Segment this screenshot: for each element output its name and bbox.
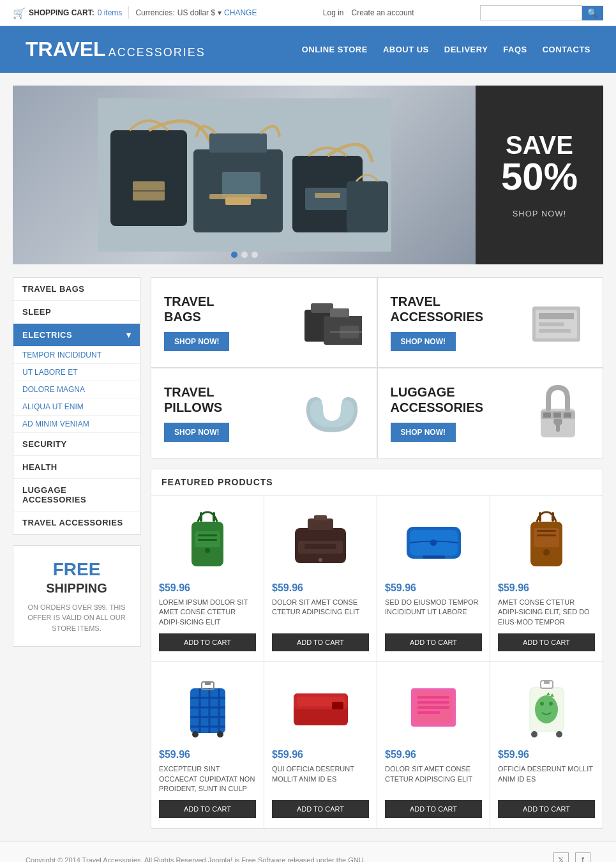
site-header: TRAVEL ACCESSORIES ONLINE STOREABOUT USD… bbox=[0, 26, 616, 73]
lock-icon bbox=[536, 384, 580, 442]
category-card-travel-pillows: TRAVELPILLOWS SHOP NOW! bbox=[151, 368, 377, 458]
svg-rect-64 bbox=[205, 682, 211, 685]
svg-rect-47 bbox=[423, 556, 445, 559]
hero-banner: SAVE 50% SHOP NOW! bbox=[13, 86, 603, 264]
right-content: TRAVELBAGS SHOP NOW! TR bbox=[151, 277, 603, 829]
top-bar-left: 🛒 SHOPPING CART: 0 items Currencies: US … bbox=[13, 6, 257, 19]
svg-rect-14 bbox=[311, 303, 333, 313]
social-icons: 𝕏 f bbox=[553, 852, 590, 862]
product-name-2: DOLOR SIT AMET CONSE CTETUR ADIPISCING E… bbox=[272, 598, 369, 627]
sidebar-item-luggage-accessories[interactable]: LUGGAGE ACCESSORIES bbox=[13, 479, 140, 511]
footer-text: Copyright © 2014 Travel Accessories. All… bbox=[26, 856, 366, 862]
kids-luggage-icon bbox=[523, 676, 571, 739]
product-price-6: $59.96 bbox=[272, 749, 369, 760]
product-price-4: $59.96 bbox=[498, 582, 595, 594]
svg-rect-70 bbox=[332, 702, 343, 709]
sidebar-sub-ad-minim[interactable]: AD MINIM VENIAM bbox=[13, 416, 140, 433]
cart-count[interactable]: 0 items bbox=[98, 8, 123, 17]
svg-rect-30 bbox=[564, 412, 571, 418]
logo: TRAVEL ACCESSORIES bbox=[26, 38, 206, 61]
sidebar-item-electrics[interactable]: ELECTRICS ▾ bbox=[13, 324, 140, 347]
twitter-icon[interactable]: 𝕏 bbox=[553, 852, 569, 862]
svg-rect-6 bbox=[222, 172, 260, 197]
currency-value[interactable]: US dollar $ bbox=[177, 8, 215, 17]
sidebar-item-security[interactable]: SECURITY bbox=[13, 433, 140, 456]
svg-rect-76 bbox=[417, 711, 440, 714]
category-info-pillows: TRAVELPILLOWS SHOP NOW! bbox=[164, 384, 300, 442]
dot-2[interactable] bbox=[241, 252, 248, 258]
svg-rect-16 bbox=[330, 308, 349, 317]
add-to-cart-5[interactable]: ADD TO CART bbox=[159, 800, 256, 818]
add-to-cart-1[interactable]: ADD TO CART bbox=[159, 633, 256, 651]
shipping-text: SHIPPING bbox=[26, 580, 127, 596]
shop-now-luggage-accessories[interactable]: SHOP NOW! bbox=[391, 423, 456, 442]
add-to-cart-2[interactable]: ADD TO CART bbox=[272, 633, 369, 651]
svg-rect-40 bbox=[314, 515, 327, 520]
login-link[interactable]: Log in bbox=[323, 8, 344, 17]
category-img-lock bbox=[526, 384, 590, 442]
product-img-2 bbox=[272, 506, 369, 576]
nav-item-online-store[interactable]: ONLINE STORE bbox=[302, 45, 368, 54]
product-card-6: $59.96 QUI OFFICIA DESERUNT MOLLIT ANIM … bbox=[264, 662, 377, 828]
svg-rect-36 bbox=[200, 512, 202, 522]
svg-rect-10 bbox=[305, 188, 350, 210]
svg-point-84 bbox=[531, 731, 537, 737]
sidebar-sub-tempor[interactable]: TEMPOR INCIDIDUNT bbox=[13, 347, 140, 364]
nav-item-contacts[interactable]: CONTACTS bbox=[543, 45, 590, 54]
svg-point-35 bbox=[205, 548, 210, 553]
add-to-cart-3[interactable]: ADD TO CART bbox=[385, 633, 482, 651]
site-footer: Copyright © 2014 Travel Accessories. All… bbox=[0, 842, 616, 862]
sidebar-sub-dolore[interactable]: DOLORE MAGNA bbox=[13, 381, 140, 398]
svg-rect-33 bbox=[198, 534, 217, 536]
top-bar: 🛒 SHOPPING CART: 0 items Currencies: US … bbox=[0, 0, 616, 26]
currency-area: Currencies: US dollar $ ▾ CHANGE bbox=[135, 8, 257, 17]
facebook-icon[interactable]: f bbox=[575, 852, 590, 862]
hero-dots bbox=[231, 252, 258, 258]
product-name-8: OFFICIA DESERUNT MOLLIT ANIM ID ES bbox=[498, 764, 595, 794]
search-area: 🔍 bbox=[480, 5, 603, 20]
category-title-luggage: LUGGAGEACCESSORIES bbox=[391, 384, 527, 415]
search-button[interactable]: 🔍 bbox=[582, 6, 603, 20]
sidebar-item-travel-accessories[interactable]: TRAVEL ACCESSORIES bbox=[13, 511, 140, 534]
svg-rect-28 bbox=[543, 412, 551, 418]
free-desc: ON ORDERS OVER $99. THIS OFFER IS VALID … bbox=[26, 602, 127, 634]
featured-header: FEATURED PRODUCTS bbox=[151, 469, 603, 495]
svg-rect-83 bbox=[544, 681, 550, 684]
change-link[interactable]: CHANGE bbox=[224, 8, 257, 17]
sidebar-item-sleep[interactable]: SLEEP bbox=[13, 301, 140, 324]
svg-rect-51 bbox=[539, 512, 541, 522]
sidebar-item-health[interactable]: HEALTH bbox=[13, 456, 140, 479]
divider bbox=[128, 6, 129, 19]
svg-point-80 bbox=[540, 702, 544, 706]
add-to-cart-6[interactable]: ADD TO CART bbox=[272, 800, 369, 818]
promo-shop-now[interactable]: SHOP NOW! bbox=[513, 209, 567, 218]
sidebar-item-travel-bags[interactable]: TRAVEL BAGS bbox=[13, 278, 140, 301]
category-title: TRAVELBAGS bbox=[164, 294, 300, 324]
shop-now-travel-accessories[interactable]: SHOP NOW! bbox=[391, 332, 456, 351]
currency-dropdown-icon[interactable]: ▾ bbox=[218, 8, 222, 17]
svg-rect-34 bbox=[198, 539, 217, 541]
product-card-1: $59.96 LOREM IPSUM DOLOR SIT AMET CONSE … bbox=[151, 495, 264, 662]
svg-rect-37 bbox=[213, 512, 215, 522]
shop-now-travel-bags[interactable]: SHOP NOW! bbox=[164, 332, 229, 351]
sidebar-sub-ut-labore[interactable]: UT LABORE ET bbox=[13, 364, 140, 381]
dot-1[interactable] bbox=[231, 252, 237, 258]
add-to-cart-7[interactable]: ADD TO CART bbox=[385, 800, 482, 818]
nav-item-delivery[interactable]: DELIVERY bbox=[444, 45, 488, 54]
nav-item-faqs[interactable]: FAQS bbox=[503, 45, 527, 54]
create-account-link[interactable]: Create an account bbox=[352, 8, 414, 17]
plaid-luggage-icon bbox=[184, 676, 232, 739]
shop-now-travel-pillows[interactable]: SHOP NOW! bbox=[164, 423, 229, 442]
sidebar-sub-aliqua[interactable]: ALIQUA UT ENIM bbox=[13, 398, 140, 416]
add-to-cart-8[interactable]: ADD TO CART bbox=[498, 800, 595, 818]
dark-bag-icon bbox=[292, 512, 349, 570]
add-to-cart-4[interactable]: ADD TO CART bbox=[498, 633, 595, 651]
product-price-7: $59.96 bbox=[385, 749, 482, 760]
nav-item-about-us[interactable]: ABOUT US bbox=[383, 45, 429, 54]
dot-3[interactable] bbox=[252, 252, 258, 258]
search-input[interactable] bbox=[480, 5, 582, 20]
product-card-2: $59.96 DOLOR SIT AMET CONSE CTETUR ADIPI… bbox=[264, 495, 377, 662]
product-card-4: $59.96 AMET CONSE CTETUR ADIPI-SICING EL… bbox=[490, 495, 603, 662]
product-img-5 bbox=[159, 672, 256, 743]
accessories-icon bbox=[529, 300, 587, 345]
